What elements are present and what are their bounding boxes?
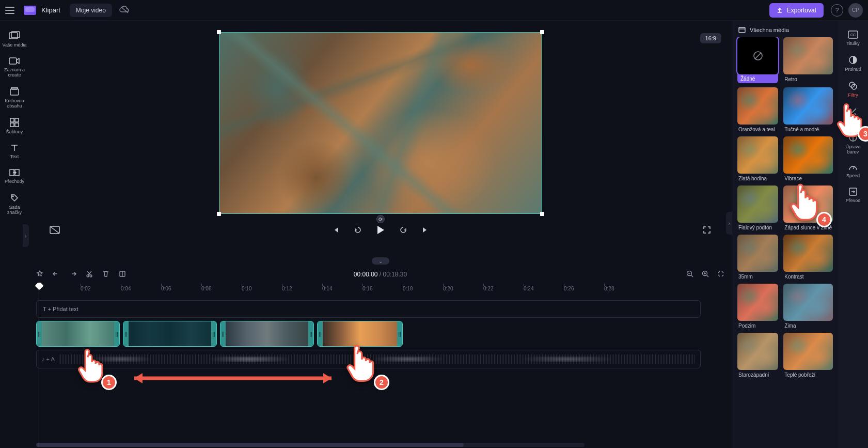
cut-button[interactable] bbox=[86, 270, 93, 279]
export-button[interactable]: Exportovat bbox=[769, 3, 824, 18]
filter-thumb bbox=[737, 333, 778, 370]
cloud-sync-icon[interactable] bbox=[119, 6, 130, 15]
clip-handle-right[interactable]: || bbox=[211, 321, 216, 346]
sidebar-item-your-media[interactable]: Vaše média bbox=[2, 28, 27, 51]
filter-card-fall[interactable]: Podzim bbox=[737, 284, 778, 329]
filter-thumb bbox=[737, 136, 778, 174]
sidebar-item-templates[interactable]: Šablony bbox=[2, 115, 27, 137]
video-clip-2[interactable]: |||| bbox=[123, 321, 217, 347]
clip-handle-right[interactable]: || bbox=[397, 321, 402, 346]
playhead-line bbox=[39, 286, 39, 448]
resize-handle-tl[interactable] bbox=[217, 30, 221, 34]
filter-card-bold[interactable]: Tučné a modré bbox=[783, 87, 833, 132]
ruler-tick: 0:06 bbox=[161, 286, 171, 291]
video-clip-1[interactable]: |||| bbox=[36, 321, 120, 347]
zoom-fit-button[interactable] bbox=[717, 270, 724, 279]
safe-zone-toggle[interactable] bbox=[50, 226, 60, 235]
filter-thumb bbox=[737, 186, 778, 223]
filter-thumb bbox=[783, 37, 833, 74]
filter-card-golden[interactable]: Zlatá hodina bbox=[737, 136, 778, 181]
svg-rect-7 bbox=[15, 118, 19, 122]
ruler-tick: 0:16 bbox=[362, 286, 372, 291]
center-area: 16:9 ⟳ ⌄ bbox=[29, 21, 732, 448]
sidebar-item-record[interactable]: Záznam a create bbox=[2, 54, 27, 81]
sidebar-item-label: Text bbox=[10, 154, 19, 159]
ruler-tick: 0:18 bbox=[403, 286, 413, 291]
prop-item-filters[interactable]: Filtry bbox=[840, 79, 866, 100]
menu-button[interactable] bbox=[5, 3, 21, 18]
zoom-in-button[interactable] bbox=[702, 270, 709, 279]
sidebar-item-label: Přechody bbox=[5, 179, 24, 184]
expand-left-panel[interactable]: › bbox=[23, 224, 29, 247]
step-fwd-button[interactable] bbox=[399, 226, 407, 235]
svg-line-21 bbox=[691, 275, 693, 277]
svg-rect-3 bbox=[9, 58, 17, 64]
filter-name: Teplé pobřeží bbox=[783, 372, 833, 378]
play-button[interactable] bbox=[376, 225, 385, 236]
prop-label: Speed bbox=[846, 173, 860, 178]
left-rail: Vaše média Záznam a create Knihovna obsa… bbox=[0, 21, 29, 448]
collapse-right-panel[interactable]: › bbox=[726, 212, 732, 235]
text-track[interactable]: T + Přidat text bbox=[36, 300, 701, 318]
filter-card-none[interactable]: Žádné bbox=[737, 37, 778, 83]
filter-card-orange[interactable]: Oranžová a teal bbox=[737, 87, 778, 132]
sidebar-item-label: Záznam a create bbox=[2, 67, 27, 78]
filter-thumb bbox=[783, 235, 833, 272]
skip-start-button[interactable] bbox=[332, 226, 339, 235]
video-clip-3[interactable]: |||| bbox=[220, 321, 314, 347]
ruler-tick: 0:26 bbox=[564, 286, 574, 291]
prop-item-captions[interactable]: CC Titulky bbox=[840, 28, 866, 49]
clip-handle-left[interactable]: || bbox=[123, 321, 129, 346]
magic-tool[interactable] bbox=[36, 270, 43, 279]
video-canvas[interactable] bbox=[219, 32, 542, 214]
svg-rect-8 bbox=[10, 123, 14, 127]
ruler-tick: 0:02 bbox=[81, 286, 90, 291]
sidebar-item-brand[interactable]: Sada značky bbox=[2, 190, 27, 218]
help-button[interactable]: ? bbox=[831, 4, 843, 17]
sidebar-item-label: Vaše média bbox=[3, 42, 27, 48]
prop-item-fade[interactable]: Prolnutí bbox=[840, 53, 866, 74]
svg-point-16 bbox=[90, 275, 92, 277]
filter-header: Všechna média bbox=[732, 21, 838, 37]
skip-end-button[interactable] bbox=[422, 226, 429, 235]
resize-handle-tr[interactable] bbox=[540, 30, 544, 34]
sidebar-item-text[interactable]: Text bbox=[2, 141, 27, 162]
split-button[interactable] bbox=[119, 270, 126, 279]
timeline-scrollbar[interactable] bbox=[36, 443, 585, 447]
app-title: Klipart bbox=[41, 6, 60, 14]
prop-item-speed[interactable]: Speed bbox=[840, 161, 866, 181]
prop-item-convert[interactable]: Převod bbox=[840, 185, 866, 206]
delete-button[interactable] bbox=[102, 270, 109, 279]
zoom-out-button[interactable] bbox=[686, 270, 693, 279]
clip-handle-left[interactable]: || bbox=[220, 321, 226, 346]
filter-card-contrast[interactable]: Kontrast bbox=[783, 235, 833, 280]
filter-card-retro[interactable]: Retro bbox=[783, 37, 833, 83]
redo-button[interactable] bbox=[69, 270, 76, 279]
filter-card-warm[interactable]: Teplé pobřeží bbox=[783, 333, 833, 378]
clip-handle-right[interactable]: || bbox=[114, 321, 119, 346]
property-rail: CC Titulky Prolnutí Filtry Efekty Úprava… bbox=[838, 21, 868, 448]
undo-button[interactable] bbox=[53, 270, 60, 279]
filter-header-label: Všechna média bbox=[750, 27, 789, 33]
ruler-tick: 0:20 bbox=[443, 286, 453, 291]
fullscreen-button[interactable] bbox=[703, 226, 711, 235]
sidebar-item-transitions[interactable]: Přechody bbox=[2, 165, 27, 187]
sidebar-item-library[interactable]: Knihovna obsahu bbox=[2, 84, 27, 112]
collapse-stage-pill[interactable]: ⌄ bbox=[372, 257, 389, 265]
filter-card-vibr[interactable]: Vibrace bbox=[783, 136, 833, 181]
filter-card-violet[interactable]: Fialový podtón bbox=[737, 186, 778, 230]
time-total: 00:18.30 bbox=[383, 271, 407, 278]
avatar[interactable]: CP bbox=[848, 3, 863, 18]
project-name[interactable]: Moje video bbox=[70, 4, 112, 17]
clip-handle-left[interactable]: || bbox=[318, 321, 323, 346]
timeline-ruler[interactable]: 0:020:040:060:080:100:120:140:160:180:20… bbox=[36, 283, 732, 297]
aspect-ratio-chip[interactable]: 16:9 bbox=[700, 33, 721, 43]
filter-card-winter[interactable]: Zima bbox=[783, 284, 833, 329]
clip-handle-right[interactable]: || bbox=[308, 321, 313, 346]
step-back-button[interactable] bbox=[354, 226, 362, 235]
filter-card-35mm[interactable]: 35mm bbox=[737, 235, 778, 280]
media-icon bbox=[738, 27, 746, 33]
filter-card-oldwest[interactable]: Starozápadní bbox=[737, 333, 778, 378]
timeline[interactable]: 0:020:040:060:080:100:120:140:160:180:20… bbox=[29, 283, 732, 448]
clip-handle-left[interactable]: || bbox=[37, 321, 42, 346]
